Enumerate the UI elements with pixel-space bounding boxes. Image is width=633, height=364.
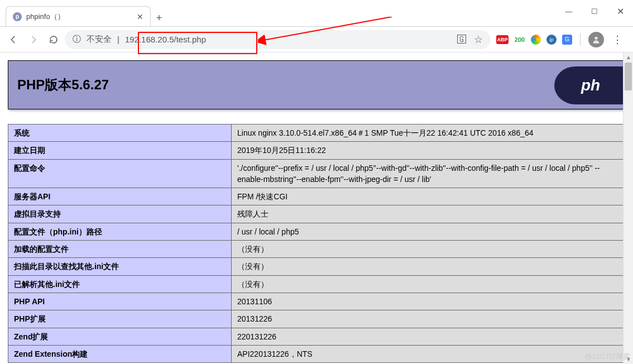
info-key: 已解析其他.ini文件	[8, 275, 232, 293]
info-value: （没有）	[232, 241, 625, 258]
svg-point-0	[594, 36, 597, 39]
table-row: 加载的配置文件（没有）	[8, 241, 625, 258]
table-row: Zend扩展220131226	[8, 328, 625, 345]
arrow-left-icon	[8, 35, 18, 45]
vertical-scrollbar[interactable]: ▲ ▼	[623, 52, 633, 364]
close-icon: ✕	[617, 6, 624, 17]
info-value: './configure''--prefix = / usr / local /…	[232, 159, 625, 188]
profile-avatar[interactable]	[588, 32, 604, 47]
url-text: 192.168.20.5/test.php	[125, 35, 206, 44]
insecure-chip: 不安全	[87, 34, 112, 45]
info-key: 扫描此目录以查找其他.ini文件	[8, 258, 232, 275]
status-200-extension-icon[interactable]: 200	[514, 34, 525, 45]
google-translate-extension-icon[interactable]: G	[562, 35, 572, 45]
info-icon: ⓘ	[73, 34, 81, 45]
table-row: 已解析其他.ini文件（没有）	[8, 275, 625, 293]
info-key: 服务器API	[8, 188, 232, 205]
browser-toolbar: ⓘ 不安全 | 192.168.20.5/test.php 🄶 ☆ ABP 20…	[0, 27, 633, 52]
table-row: PHP API20131106	[8, 293, 625, 310]
kebab-icon: ⋮	[612, 33, 622, 46]
info-value: （没有）	[232, 258, 625, 275]
avast-extension-icon[interactable]	[531, 35, 541, 45]
window-minimize-button[interactable]: —	[556, 0, 582, 22]
info-key: PHP API	[8, 293, 232, 310]
window-controls: — ☐ ✕	[556, 0, 633, 22]
plus-icon: +	[156, 12, 162, 24]
minimize-icon: —	[565, 7, 573, 16]
page-content: PHP版本5.6.27 ph 系统Linux nginx 3.10.0-514.…	[0, 52, 633, 364]
maximize-icon: ☐	[591, 7, 598, 16]
info-value: 残障人士	[232, 205, 625, 223]
info-value: API220131226，NTS	[232, 345, 625, 362]
table-row: 虚拟目录支持残障人士	[8, 205, 625, 223]
info-value: 220131226	[232, 328, 625, 345]
info-key: Zend Extension构建	[8, 345, 232, 362]
info-value: 2019年10月25日11:16:22	[232, 142, 625, 159]
table-row: 系统Linux nginx 3.10.0-514.el7.x86_64＃1 SM…	[8, 124, 625, 142]
window-close-button[interactable]: ✕	[607, 0, 633, 22]
back-button[interactable]	[4, 31, 22, 49]
info-key: 虚拟目录支持	[8, 205, 232, 223]
translate-icon[interactable]: 🄶	[457, 35, 466, 45]
info-key: 系统	[8, 124, 232, 142]
browser-menu-button[interactable]: ⋮	[610, 33, 625, 46]
table-row: 配置命令'./configure''--prefix = / usr / loc…	[8, 159, 625, 188]
table-row: PHP扩展20131226	[8, 310, 625, 328]
tab-title: phpinfo（）	[26, 12, 65, 22]
info-key: 建立日期	[8, 142, 232, 159]
ip-extension-icon[interactable]: ip	[546, 35, 557, 45]
info-key: 配置文件（php.ini）路径	[8, 223, 232, 240]
info-value: （没有）	[232, 275, 625, 293]
scroll-up-icon: ▲	[626, 54, 631, 60]
info-key: 加载的配置文件	[8, 241, 232, 258]
table-row: 扫描此目录以查找其他.ini文件（没有）	[8, 258, 625, 275]
tab-favicon: p	[13, 12, 22, 21]
info-value: 20131106	[232, 293, 625, 310]
scrollbar-thumb[interactable]	[625, 63, 632, 90]
php-version-title: PHP版本5.6.27	[17, 76, 109, 94]
table-row: Zend Extension构建API220131226，NTS	[8, 345, 625, 362]
reload-icon	[49, 35, 59, 45]
tab-strip: p phpinfo（） ✕ +	[0, 6, 167, 26]
browser-tab-active[interactable]: p phpinfo（） ✕	[6, 6, 151, 26]
toolbar-divider	[580, 33, 581, 46]
php-logo-text: ph	[581, 76, 600, 94]
info-key: Zend扩展	[8, 328, 232, 345]
arrow-right-icon	[28, 35, 39, 45]
php-logo: ph	[554, 66, 627, 104]
info-value: 20131226	[232, 310, 625, 328]
info-value: Linux nginx 3.10.0-514.el7.x86_64＃1 SMP …	[232, 124, 625, 142]
window-titlebar: p phpinfo（） ✕ + — ☐ ✕	[0, 0, 633, 27]
php-version-banner: PHP版本5.6.27 ph	[8, 60, 625, 109]
new-tab-button[interactable]: +	[151, 9, 167, 26]
window-maximize-button[interactable]: ☐	[582, 0, 607, 22]
address-bar[interactable]: ⓘ 不安全 | 192.168.20.5/test.php 🄶 ☆	[65, 30, 491, 49]
extension-icons: ABP 200 ip G ⋮	[493, 32, 629, 47]
adblock-extension-icon[interactable]: ABP	[496, 35, 509, 44]
table-row: 服务器APIFPM /快速CGI	[8, 188, 625, 205]
info-value: FPM /快速CGI	[232, 188, 625, 205]
info-key: 配置命令	[8, 159, 232, 188]
forward-button[interactable]	[25, 31, 42, 49]
reload-button[interactable]	[45, 31, 63, 49]
person-icon	[592, 35, 601, 44]
url-divider: |	[117, 35, 119, 44]
close-tab-icon[interactable]: ✕	[137, 12, 143, 21]
table-row: 建立日期2019年10月25日11:16:22	[8, 142, 625, 159]
info-value: / usr / local / php5	[232, 223, 625, 240]
table-row: 配置文件（php.ini）路径/ usr / local / php5	[8, 223, 625, 240]
bookmark-star-icon[interactable]: ☆	[474, 33, 483, 46]
info-key: PHP扩展	[8, 310, 232, 328]
phpinfo-table: 系统Linux nginx 3.10.0-514.el7.x86_64＃1 SM…	[8, 124, 625, 363]
watermark-text: @51CTO博客	[584, 352, 630, 362]
